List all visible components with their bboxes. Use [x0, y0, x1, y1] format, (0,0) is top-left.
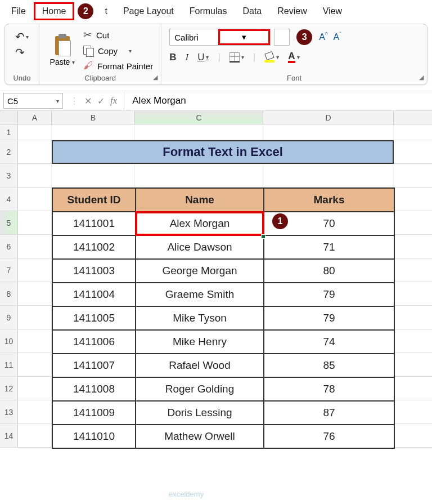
col-header-a[interactable]: A: [18, 111, 52, 124]
cell-marks[interactable]: 87: [264, 401, 394, 425]
data-table: Student ID Name Marks 1411001 Alex Morga…: [52, 188, 395, 449]
row-header[interactable]: 3: [0, 164, 18, 187]
font-color-button[interactable]: A▾: [288, 51, 299, 63]
cell-name[interactable]: George Morgan: [136, 259, 264, 283]
row-header[interactable]: 4: [0, 188, 18, 211]
bold-button[interactable]: B: [169, 52, 176, 63]
ribbon: ↶▾ ↷ Undo Paste▾ ✂Cut Copy ▾ 🖌Format Pai…: [4, 24, 428, 85]
row-header[interactable]: 11: [0, 353, 18, 376]
font-name-dropdown[interactable]: ▾: [218, 29, 270, 45]
table-row: 1411006Mike Henry74: [52, 330, 394, 354]
cell-id[interactable]: 1411008: [52, 377, 136, 401]
table-row: 1411003George Morgan80: [52, 259, 394, 283]
row-header[interactable]: 12: [0, 377, 18, 400]
redo-button[interactable]: ↷: [13, 44, 27, 60]
cell-name-selected[interactable]: Alex Morgan: [136, 212, 264, 235]
cell-id[interactable]: 1411003: [52, 259, 136, 283]
row-header[interactable]: 14: [0, 424, 18, 447]
dialog-launcher-icon[interactable]: ◢: [419, 74, 424, 81]
tab-review[interactable]: Review: [269, 3, 314, 20]
cell-id[interactable]: 1411006: [52, 330, 136, 354]
row-header[interactable]: 8: [0, 282, 18, 305]
cell-id[interactable]: 1411002: [52, 235, 136, 259]
col-header-c[interactable]: C: [135, 111, 263, 124]
row-header[interactable]: 1: [0, 124, 18, 140]
format-painter-button[interactable]: 🖌Format Painter: [83, 60, 153, 72]
group-undo: ↶▾ ↷ Undo: [5, 24, 39, 84]
cell-marks[interactable]: 71: [264, 235, 394, 259]
row-header[interactable]: 10: [0, 329, 18, 353]
group-label-undo: Undo: [13, 72, 31, 82]
cell-marks[interactable]: 74: [264, 330, 394, 354]
selection-handle[interactable]: [261, 234, 266, 239]
col-header-b[interactable]: B: [52, 111, 135, 124]
tab-file[interactable]: File: [3, 3, 34, 20]
cell-id[interactable]: 1411009: [52, 401, 136, 425]
borders-button[interactable]: ▾: [230, 52, 244, 63]
row-header[interactable]: 6: [0, 235, 18, 258]
cell-id[interactable]: 1411005: [52, 306, 136, 330]
cell-name[interactable]: Alice Dawson: [136, 235, 264, 259]
cancel-formula-icon[interactable]: ✕: [84, 96, 92, 106]
dialog-launcher-icon[interactable]: ◢: [153, 74, 158, 81]
copy-button[interactable]: Copy ▾: [83, 46, 153, 56]
watermark: exceldemy: [169, 490, 204, 498]
row-header[interactable]: 2: [0, 140, 18, 163]
cell-name[interactable]: Mike Henry: [136, 330, 264, 354]
enter-formula-icon[interactable]: ✓: [97, 96, 105, 106]
formula-bar: C5▾ ⋮ ✕ ✓ fx Alex Morgan: [0, 91, 432, 111]
fill-color-button[interactable]: ▾: [264, 52, 279, 63]
tab-home[interactable]: Home: [34, 2, 75, 20]
cell-marks[interactable]: 78: [264, 377, 394, 401]
cell-marks[interactable]: 80: [264, 259, 394, 283]
name-box[interactable]: C5▾: [3, 93, 63, 109]
cut-label: Cut: [96, 30, 109, 40]
cell-name[interactable]: Mike Tyson: [136, 306, 264, 330]
formula-value[interactable]: Alex Morgan: [124, 95, 194, 106]
row-header[interactable]: 5: [0, 211, 18, 234]
cell-marks[interactable]: 85: [264, 354, 394, 377]
brush-icon: 🖌: [83, 60, 93, 72]
row-header[interactable]: 13: [0, 400, 18, 423]
row-header[interactable]: 9: [0, 306, 18, 329]
cell-marks[interactable]: 76: [264, 425, 394, 448]
tab-view-partial[interactable]: View: [315, 3, 350, 20]
cell-marks[interactable]: 79: [264, 283, 394, 306]
tab-data[interactable]: Data: [235, 3, 269, 20]
italic-button[interactable]: I: [185, 52, 188, 63]
cut-button[interactable]: ✂Cut: [83, 29, 153, 41]
select-all-corner[interactable]: [0, 111, 18, 124]
cell-id[interactable]: 1411010: [52, 425, 136, 448]
header-name[interactable]: Name: [136, 188, 264, 212]
tab-insert-partial[interactable]: t: [97, 3, 115, 20]
cell-id[interactable]: 1411001: [52, 212, 136, 235]
cell-marks[interactable]: 79: [264, 306, 394, 330]
fx-icon[interactable]: fx: [110, 95, 117, 106]
cell-name[interactable]: Doris Lessing: [136, 401, 264, 425]
tab-page-layout[interactable]: Page Layout: [115, 3, 182, 20]
tab-formulas[interactable]: Formulas: [182, 3, 235, 20]
header-marks[interactable]: Marks: [264, 188, 394, 212]
font-size-combo[interactable]: [274, 29, 290, 46]
grow-font-button[interactable]: A^: [319, 32, 327, 42]
caret-icon: ▾: [241, 54, 244, 60]
paste-button[interactable]: Paste▾: [47, 29, 78, 72]
cell-name[interactable]: Roger Golding: [136, 377, 264, 401]
copy-icon: [83, 46, 93, 56]
cell-name[interactable]: Rafael Wood: [136, 354, 264, 377]
underline-button[interactable]: U▾: [197, 52, 209, 63]
col-header-d[interactable]: D: [263, 111, 394, 124]
cell-name[interactable]: Mathew Orwell: [136, 425, 264, 448]
worksheet-grid[interactable]: 1 2 3 4 5 6 7 8 9 10 11 12 13 14 Format …: [0, 124, 432, 448]
font-name-combo[interactable]: Calibri ▾: [169, 29, 271, 46]
cell-id[interactable]: 1411007: [52, 354, 136, 377]
row-header[interactable]: 7: [0, 258, 18, 282]
undo-button[interactable]: ↶▾: [13, 29, 31, 44]
table-row: 1411008Roger Golding78: [52, 377, 394, 401]
cell-name[interactable]: Graeme Smith: [136, 283, 264, 306]
shrink-font-button[interactable]: Aˇ: [334, 32, 341, 42]
header-student-id[interactable]: Student ID: [52, 188, 136, 212]
sheet-title-cell[interactable]: Format Text in Excel: [52, 140, 394, 164]
cell-id[interactable]: 1411004: [52, 283, 136, 306]
table-row: 1411007Rafael Wood85: [52, 354, 394, 377]
